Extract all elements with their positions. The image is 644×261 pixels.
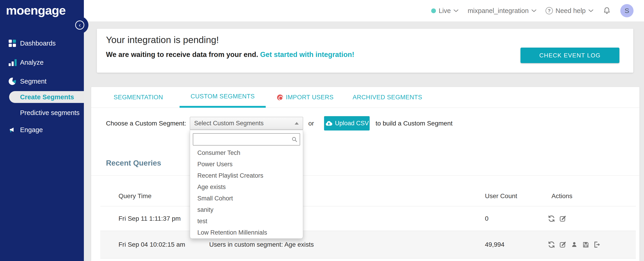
sidebar-item-predictive-segments[interactable]: Predictive segments [0,106,84,119]
tabs-row: SEGMENTATION CUSTOM SEGMENTS IMPORT USER… [91,87,640,108]
sidebar-item-label: Segment [20,78,46,85]
table-header-row: Query Time User Count Actions [100,189,636,203]
bar-chart-icon [9,59,16,66]
need-help-label: Need help [556,7,586,14]
export-icon[interactable] [593,241,601,249]
caret-up-icon [295,122,299,125]
sidebar-item-label: Engage [20,126,43,134]
dropdown-option[interactable]: test [190,216,303,227]
sidebar-item-label: Analyze [20,59,44,66]
divider [91,175,640,176]
dashboards-grid-icon [9,40,16,47]
tab-archived-segments[interactable]: ARCHIVED SEGMENTS [352,87,423,108]
moengage-logo: moengage [6,3,66,17]
app-root: moengage Dashboards Analyze Segment Crea… [0,0,644,261]
user-count-cell: 0 [485,206,488,231]
sidebar-item-engage[interactable]: Engage [0,123,84,136]
tab-segmentation[interactable]: SEGMENTATION [109,87,168,108]
or-text: or [308,117,314,130]
avatar-initial: S [625,7,629,14]
top-bar: Live mixpanel_integration ? Need help S [84,0,644,22]
sidebar-item-label: Create Segments [20,93,74,101]
environment-switcher[interactable]: Live [431,7,458,14]
check-event-log-button[interactable]: CHECK EVENT LOG [520,48,620,63]
dropdown-option[interactable]: Low Retention Millennials [190,227,303,238]
dropdown-list: Consumer Tech Power Users Recent Playlis… [190,147,303,238]
dropdown-option[interactable]: Recent Playlist Creators [190,170,303,181]
dropdown-option[interactable]: Age exists [190,181,303,193]
need-help-menu[interactable]: ? Need help [546,7,594,14]
column-user-count: User Count [485,193,517,200]
sidebar-item-dashboards[interactable]: Dashboards [0,37,84,50]
dropdown-option[interactable]: Consumer Tech [190,147,303,159]
question-circle-icon: ? [546,7,553,14]
live-status-dot-icon [431,8,436,13]
notifications-button[interactable] [602,6,611,15]
dropdown-option[interactable]: Power Users [190,159,303,170]
actions-cell [548,231,601,258]
user-count-cell: 49,994 [485,231,504,258]
dropdown-option[interactable]: Small Cohort [190,193,303,204]
megaphone-icon [9,126,16,133]
query-time-cell: Fri Sep 11 1:11:37 pm [118,206,181,231]
custom-segments-select[interactable]: Select Custom Segments [190,117,303,130]
workspace-label: mixpanel_integration [468,7,529,14]
custom-segments-dropdown: Consumer Tech Power Users Recent Playlis… [190,130,303,239]
sidebar-item-create-segments[interactable]: Create Segments [9,91,84,103]
sidebar-collapse-button[interactable]: ‹ [75,20,84,30]
edit-icon[interactable] [559,241,567,249]
tab-custom-segments[interactable]: CUSTOM SEGMENTS [180,87,266,108]
table-row: Fri Sep 11 1:11:37 pm 0 [100,206,636,231]
get-started-link[interactable]: Get started with integration! [260,50,354,58]
sidebar-item-analyze[interactable]: Analyze [0,56,84,69]
chevron-down-icon [532,9,536,12]
save-icon[interactable] [582,241,590,249]
tab-import-users[interactable]: IMPORT USERS [274,87,337,108]
table-row: Fri Sep 04 10:02:15 am Users in custom s… [100,231,636,259]
choose-segment-label: Choose a Custom Segment: [106,117,186,130]
search-icon [291,136,298,144]
recent-queries-title: Recent Queries [106,159,161,167]
column-actions: Actions [552,193,572,200]
build-segment-text: to build a Custom Segment [376,117,452,130]
chevron-down-icon [454,9,458,12]
sidebar-item-label: Predictive segments [20,109,80,117]
environment-label: Live [439,7,451,14]
segment-search-input[interactable] [193,133,300,146]
beacon-icon [277,94,283,100]
bell-icon [602,6,611,15]
banner-title: Your integration is pending! [106,35,219,45]
user-avatar[interactable]: S [620,4,634,17]
user-icon[interactable] [570,241,578,249]
banner-subtitle: We are waiting to receive data from your… [106,50,354,59]
query-time-cell: Fri Sep 04 10:02:15 am [118,231,185,258]
sidebar: moengage Dashboards Analyze Segment Crea… [0,0,84,261]
chevron-down-icon [588,9,594,12]
workspace-switcher[interactable]: mixpanel_integration [468,7,536,14]
edit-icon[interactable] [559,215,567,223]
refresh-icon[interactable] [548,241,556,249]
segments-card: SEGMENTATION CUSTOM SEGMENTS IMPORT USER… [91,87,640,261]
upload-csv-button[interactable]: Upload CSV [324,116,370,130]
actions-cell [548,206,567,231]
column-query-time: Query Time [118,193,152,200]
sidebar-item-segment[interactable]: Segment [0,75,84,88]
chevron-left-icon: ‹ [79,22,81,28]
cloud-upload-icon [325,120,333,127]
refresh-icon[interactable] [548,215,556,223]
sidebar-item-label: Dashboards [20,40,56,47]
pie-chart-icon [9,78,16,85]
dropdown-option[interactable]: sanity [190,204,303,216]
select-value: Select Custom Segments [194,120,264,127]
integration-pending-banner: Your integration is pending! We are wait… [97,29,633,73]
